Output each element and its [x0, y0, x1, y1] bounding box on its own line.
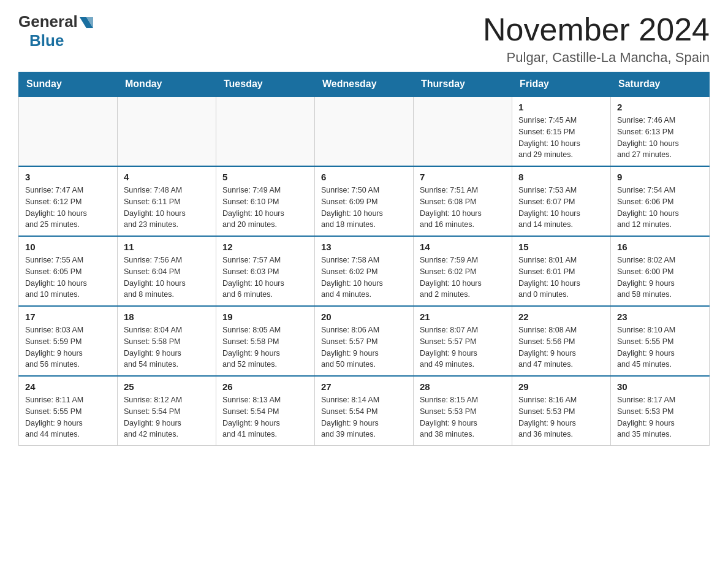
day-info: Sunrise: 8:02 AM Sunset: 6:00 PM Dayligh…	[617, 255, 703, 301]
day-number: 7	[420, 172, 506, 182]
day-number: 13	[321, 242, 407, 252]
calendar-cell: 5Sunrise: 7:49 AM Sunset: 6:10 PM Daylig…	[216, 166, 315, 236]
calendar-cell: 3Sunrise: 7:47 AM Sunset: 6:12 PM Daylig…	[19, 166, 118, 236]
day-number: 16	[617, 242, 703, 252]
day-number: 2	[617, 102, 703, 112]
calendar-cell: 10Sunrise: 7:55 AM Sunset: 6:05 PM Dayli…	[19, 236, 118, 306]
day-info: Sunrise: 8:17 AM Sunset: 5:53 PM Dayligh…	[617, 394, 703, 440]
weekday-header-tuesday: Tuesday	[216, 72, 315, 97]
week-row-5: 24Sunrise: 8:11 AM Sunset: 5:55 PM Dayli…	[19, 376, 710, 446]
day-info: Sunrise: 8:01 AM Sunset: 6:01 PM Dayligh…	[518, 255, 604, 301]
calendar-cell: 9Sunrise: 7:54 AM Sunset: 6:06 PM Daylig…	[611, 166, 710, 236]
calendar-cell: 25Sunrise: 8:12 AM Sunset: 5:54 PM Dayli…	[118, 376, 216, 446]
calendar-header-row: SundayMondayTuesdayWednesdayThursdayFrid…	[19, 72, 710, 97]
day-number: 4	[124, 172, 210, 182]
day-number: 8	[518, 172, 604, 182]
calendar-cell: 22Sunrise: 8:08 AM Sunset: 5:56 PM Dayli…	[512, 306, 611, 376]
day-number: 1	[518, 102, 604, 112]
day-info: Sunrise: 7:54 AM Sunset: 6:06 PM Dayligh…	[617, 185, 703, 231]
weekday-header-thursday: Thursday	[414, 72, 512, 97]
calendar-cell: 1Sunrise: 7:45 AM Sunset: 6:15 PM Daylig…	[512, 96, 611, 166]
calendar-cell: 2Sunrise: 7:46 AM Sunset: 6:13 PM Daylig…	[611, 96, 710, 166]
page-header: General Blue November 2024 Pulgar, Casti…	[18, 12, 710, 66]
day-info: Sunrise: 8:05 AM Sunset: 5:58 PM Dayligh…	[222, 324, 308, 370]
weekday-header-monday: Monday	[118, 72, 216, 97]
day-number: 11	[124, 242, 210, 252]
week-row-2: 3Sunrise: 7:47 AM Sunset: 6:12 PM Daylig…	[19, 166, 710, 236]
day-number: 6	[321, 172, 407, 182]
calendar-cell: 21Sunrise: 8:07 AM Sunset: 5:57 PM Dayli…	[414, 306, 512, 376]
day-info: Sunrise: 7:47 AM Sunset: 6:12 PM Dayligh…	[25, 185, 111, 231]
calendar-cell: 27Sunrise: 8:14 AM Sunset: 5:54 PM Dayli…	[315, 376, 414, 446]
day-number: 30	[617, 381, 703, 392]
day-info: Sunrise: 8:12 AM Sunset: 5:54 PM Dayligh…	[124, 394, 210, 440]
day-info: Sunrise: 7:51 AM Sunset: 6:08 PM Dayligh…	[420, 185, 506, 231]
weekday-header-saturday: Saturday	[611, 72, 710, 97]
logo: General Blue	[18, 12, 93, 50]
calendar-cell: 4Sunrise: 7:48 AM Sunset: 6:11 PM Daylig…	[118, 166, 216, 236]
day-number: 14	[420, 242, 506, 252]
day-info: Sunrise: 8:14 AM Sunset: 5:54 PM Dayligh…	[321, 394, 407, 440]
day-number: 23	[617, 312, 703, 322]
day-number: 15	[518, 242, 604, 252]
calendar-cell: 11Sunrise: 7:56 AM Sunset: 6:04 PM Dayli…	[118, 236, 216, 306]
calendar-cell: 17Sunrise: 8:03 AM Sunset: 5:59 PM Dayli…	[19, 306, 118, 376]
day-info: Sunrise: 7:58 AM Sunset: 6:02 PM Dayligh…	[321, 255, 407, 301]
day-info: Sunrise: 8:07 AM Sunset: 5:57 PM Dayligh…	[420, 324, 506, 370]
day-info: Sunrise: 8:03 AM Sunset: 5:59 PM Dayligh…	[25, 324, 111, 370]
day-info: Sunrise: 7:49 AM Sunset: 6:10 PM Dayligh…	[222, 185, 308, 231]
day-info: Sunrise: 8:11 AM Sunset: 5:55 PM Dayligh…	[25, 394, 111, 440]
day-info: Sunrise: 8:16 AM Sunset: 5:53 PM Dayligh…	[518, 394, 604, 440]
calendar-table: SundayMondayTuesdayWednesdayThursdayFrid…	[18, 72, 710, 446]
day-info: Sunrise: 7:46 AM Sunset: 6:13 PM Dayligh…	[617, 115, 703, 161]
calendar-cell: 26Sunrise: 8:13 AM Sunset: 5:54 PM Dayli…	[216, 376, 315, 446]
weekday-header-wednesday: Wednesday	[315, 72, 414, 97]
day-info: Sunrise: 7:56 AM Sunset: 6:04 PM Dayligh…	[124, 255, 210, 301]
day-info: Sunrise: 7:50 AM Sunset: 6:09 PM Dayligh…	[321, 185, 407, 231]
logo-arrow-icon	[80, 17, 93, 28]
calendar-cell	[216, 96, 315, 166]
title-section: November 2024 Pulgar, Castille-La Mancha…	[483, 12, 710, 66]
day-number: 21	[420, 312, 506, 322]
calendar-cell: 16Sunrise: 8:02 AM Sunset: 6:00 PM Dayli…	[611, 236, 710, 306]
location-text: Pulgar, Castille-La Mancha, Spain	[483, 50, 710, 66]
calendar-cell: 8Sunrise: 7:53 AM Sunset: 6:07 PM Daylig…	[512, 166, 611, 236]
day-number: 25	[124, 381, 210, 392]
day-number: 29	[518, 381, 604, 392]
day-info: Sunrise: 7:48 AM Sunset: 6:11 PM Dayligh…	[124, 185, 210, 231]
calendar-cell: 18Sunrise: 8:04 AM Sunset: 5:58 PM Dayli…	[118, 306, 216, 376]
calendar-cell: 28Sunrise: 8:15 AM Sunset: 5:53 PM Dayli…	[414, 376, 512, 446]
calendar-cell: 30Sunrise: 8:17 AM Sunset: 5:53 PM Dayli…	[611, 376, 710, 446]
day-number: 19	[222, 312, 308, 322]
calendar-cell: 29Sunrise: 8:16 AM Sunset: 5:53 PM Dayli…	[512, 376, 611, 446]
day-info: Sunrise: 8:04 AM Sunset: 5:58 PM Dayligh…	[124, 324, 210, 370]
day-info: Sunrise: 7:57 AM Sunset: 6:03 PM Dayligh…	[222, 255, 308, 301]
day-number: 18	[124, 312, 210, 322]
calendar-cell	[118, 96, 216, 166]
month-title: November 2024	[483, 12, 710, 47]
day-number: 17	[25, 312, 111, 322]
day-number: 5	[222, 172, 308, 182]
calendar-cell: 23Sunrise: 8:10 AM Sunset: 5:55 PM Dayli…	[611, 306, 710, 376]
day-number: 22	[518, 312, 604, 322]
calendar-cell: 7Sunrise: 7:51 AM Sunset: 6:08 PM Daylig…	[414, 166, 512, 236]
day-number: 9	[617, 172, 703, 182]
calendar-cell: 13Sunrise: 7:58 AM Sunset: 6:02 PM Dayli…	[315, 236, 414, 306]
day-number: 20	[321, 312, 407, 322]
logo-blue-text: Blue	[29, 31, 64, 50]
day-info: Sunrise: 8:10 AM Sunset: 5:55 PM Dayligh…	[617, 324, 703, 370]
week-row-1: 1Sunrise: 7:45 AM Sunset: 6:15 PM Daylig…	[19, 96, 710, 166]
day-info: Sunrise: 8:08 AM Sunset: 5:56 PM Dayligh…	[518, 324, 604, 370]
calendar-cell: 6Sunrise: 7:50 AM Sunset: 6:09 PM Daylig…	[315, 166, 414, 236]
calendar-cell: 19Sunrise: 8:05 AM Sunset: 5:58 PM Dayli…	[216, 306, 315, 376]
day-number: 26	[222, 381, 308, 392]
day-number: 27	[321, 381, 407, 392]
day-info: Sunrise: 7:55 AM Sunset: 6:05 PM Dayligh…	[25, 255, 111, 301]
week-row-4: 17Sunrise: 8:03 AM Sunset: 5:59 PM Dayli…	[19, 306, 710, 376]
day-number: 12	[222, 242, 308, 252]
day-info: Sunrise: 7:45 AM Sunset: 6:15 PM Dayligh…	[518, 115, 604, 161]
week-row-3: 10Sunrise: 7:55 AM Sunset: 6:05 PM Dayli…	[19, 236, 710, 306]
calendar-cell: 14Sunrise: 7:59 AM Sunset: 6:02 PM Dayli…	[414, 236, 512, 306]
day-number: 28	[420, 381, 506, 392]
calendar-cell: 20Sunrise: 8:06 AM Sunset: 5:57 PM Dayli…	[315, 306, 414, 376]
